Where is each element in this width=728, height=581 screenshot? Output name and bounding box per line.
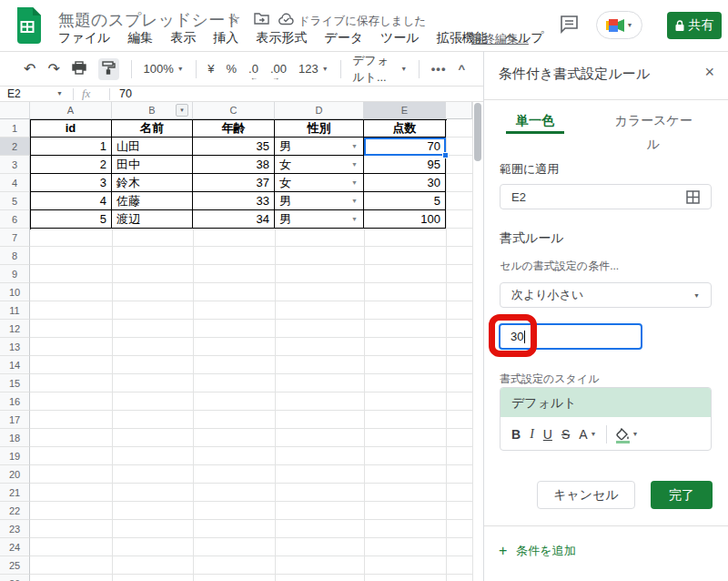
range-input[interactable]: E2	[500, 184, 712, 209]
row-header-1[interactable]: 1	[0, 119, 30, 138]
table-cell[interactable]: 鈴木	[112, 174, 193, 192]
text-color-button[interactable]: A▼	[579, 427, 596, 442]
cancel-button[interactable]: キャンセル	[537, 481, 635, 509]
table-cell[interactable]: 33	[193, 192, 275, 210]
table-header-cell[interactable]: id	[30, 119, 112, 138]
range-value: E2	[511, 190, 686, 204]
row-header-15[interactable]: 15	[0, 374, 30, 392]
cell-dropdown-icon[interactable]: ▼	[351, 138, 358, 156]
table-cell[interactable]: 山田	[112, 138, 193, 156]
table-cell[interactable]: 3	[30, 174, 112, 192]
table-header-cell[interactable]: 性別	[275, 119, 364, 138]
meet-button[interactable]: ▼	[596, 11, 642, 39]
spreadsheet-grid: ABCDE▼1234567891011121314151617181920212…	[0, 0, 483, 581]
comment-icon[interactable]	[560, 15, 579, 37]
table-cell[interactable]: 100	[364, 210, 446, 229]
row-header-8[interactable]: 8	[0, 247, 30, 265]
share-label: 共有	[689, 17, 714, 34]
select-range-icon[interactable]	[686, 190, 700, 204]
tab-color-scale[interactable]: カラースケール	[610, 108, 697, 134]
table-cell[interactable]: 男▼	[275, 192, 364, 210]
table-cell[interactable]: 38	[193, 156, 275, 174]
row-header-26[interactable]: 26	[0, 575, 30, 581]
row-header-25[interactable]: 25	[0, 556, 30, 575]
fill-color-button[interactable]: ▼	[616, 428, 639, 441]
row-header-7[interactable]: 7	[0, 229, 30, 247]
table-cell[interactable]: 男▼	[275, 138, 364, 156]
fill-handle[interactable]	[442, 152, 449, 158]
italic-button[interactable]: I	[530, 427, 534, 442]
table-cell[interactable]: 女▼	[275, 156, 364, 174]
row-header-20[interactable]: 20	[0, 465, 30, 484]
column-header-partial[interactable]	[446, 102, 472, 119]
underline-button[interactable]: U	[543, 427, 552, 442]
row-header-3[interactable]: 3	[0, 156, 30, 174]
row-header-12[interactable]: 12	[0, 320, 30, 338]
formatting-style-label: 書式設定のスタイル	[500, 372, 599, 387]
table-cell[interactable]: 95	[364, 156, 446, 174]
condition-value: 次より小さい	[511, 287, 693, 303]
table-header-cell[interactable]: 年齢	[193, 119, 275, 138]
cell-dropdown-icon[interactable]: ▼	[351, 192, 358, 210]
row-header-11[interactable]: 11	[0, 301, 30, 320]
table-cell[interactable]: 37	[193, 174, 275, 192]
table-cell[interactable]: 30	[364, 174, 446, 192]
table-cell[interactable]: 5	[30, 210, 112, 229]
table-cell[interactable]: 男▼	[275, 210, 364, 229]
table-cell[interactable]: 渡辺	[112, 210, 193, 229]
condition-dropdown[interactable]: 次より小さい ▼	[500, 282, 712, 308]
row-header-24[interactable]: 24	[0, 538, 30, 556]
row-header-5[interactable]: 5	[0, 192, 30, 210]
add-rule-label: 条件を追加	[516, 543, 575, 559]
column-header-d[interactable]: D	[275, 102, 364, 119]
row-header-6[interactable]: 6	[0, 210, 30, 229]
row-header-13[interactable]: 13	[0, 338, 30, 356]
table-header-cell[interactable]: 名前	[112, 119, 193, 138]
table-cell[interactable]: 佐藤	[112, 192, 193, 210]
lock-icon	[675, 20, 684, 31]
row-header-9[interactable]: 9	[0, 265, 30, 283]
row-header-16[interactable]: 16	[0, 392, 30, 411]
column-header-e[interactable]: E	[364, 102, 446, 119]
table-cell[interactable]: 34	[193, 210, 275, 229]
share-button[interactable]: 共有	[667, 12, 722, 39]
column-b-dropdown-icon[interactable]: ▼	[176, 104, 188, 117]
paint-bucket-icon	[616, 428, 630, 441]
text-cursor	[524, 331, 525, 343]
row-header-14[interactable]: 14	[0, 356, 30, 374]
table-cell[interactable]: 4	[30, 192, 112, 210]
formatting-style-box: デフォルト B I U S A▼ ▼	[500, 387, 712, 451]
table-cell[interactable]: 35	[193, 138, 275, 156]
column-header-c[interactable]: C	[193, 102, 275, 119]
column-header-a[interactable]: A	[30, 102, 112, 119]
strikethrough-button[interactable]: S	[561, 427, 570, 442]
row-header-18[interactable]: 18	[0, 429, 30, 447]
table-cell[interactable]: 1	[30, 138, 112, 156]
bold-button[interactable]: B	[511, 427, 521, 442]
row-header-22[interactable]: 22	[0, 502, 30, 520]
table-cell[interactable]: 田中	[112, 156, 193, 174]
table-cell[interactable]: 女▼	[275, 174, 364, 192]
vertical-scrollbar[interactable]	[474, 103, 481, 161]
grid-line	[446, 119, 447, 581]
row-header-4[interactable]: 4	[0, 174, 30, 192]
tab-single-color[interactable]: 単一色	[506, 108, 564, 134]
row-header-10[interactable]: 10	[0, 283, 30, 301]
close-icon[interactable]: ×	[704, 63, 714, 82]
table-cell[interactable]: 5	[364, 192, 446, 210]
table-cell[interactable]: 2	[30, 156, 112, 174]
row-header-19[interactable]: 19	[0, 447, 30, 465]
row-header-2[interactable]: 2	[0, 138, 30, 156]
cell-dropdown-icon[interactable]: ▼	[351, 156, 358, 174]
row-header-21[interactable]: 21	[0, 484, 30, 502]
select-all-corner[interactable]	[0, 102, 30, 119]
row-header-23[interactable]: 23	[0, 520, 30, 538]
table-cell[interactable]: 70	[364, 138, 446, 156]
condition-value-input[interactable]: 30	[499, 323, 642, 350]
cell-dropdown-icon[interactable]: ▼	[351, 210, 358, 229]
row-header-17[interactable]: 17	[0, 411, 30, 429]
done-button[interactable]: 完了	[651, 481, 713, 509]
cell-dropdown-icon[interactable]: ▼	[351, 174, 358, 192]
table-header-cell[interactable]: 点数	[364, 119, 446, 138]
add-rule-link[interactable]: + 条件を追加	[499, 543, 576, 559]
